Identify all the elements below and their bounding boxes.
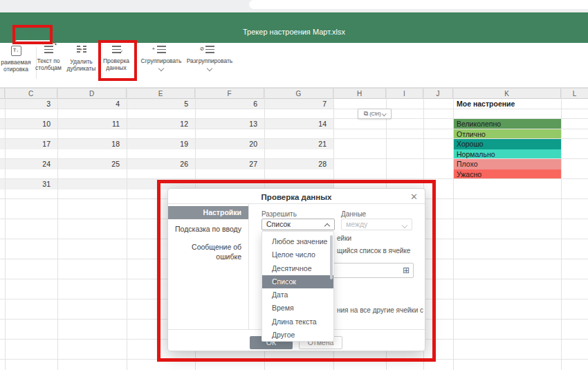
mood-cell[interactable]: Отлично <box>453 129 561 140</box>
clipboard-icon: ⧉ <box>364 110 368 118</box>
dropdown-item[interactable]: Время <box>262 302 333 315</box>
data-validation-dialog: Проверка данных ✕ Настройки Подсказка по… <box>167 188 425 351</box>
remove-duplicates-button[interactable]: + Удалить дубликаты <box>65 46 98 72</box>
grid-cell[interactable]: 20 <box>195 139 261 149</box>
column-header[interactable]: F <box>195 88 264 99</box>
document-title: Трекер настроения Март.xlsx <box>0 28 588 36</box>
column-header-stub[interactable] <box>0 88 5 99</box>
grid-cell[interactable]: 13 <box>195 119 261 129</box>
grid-cell[interactable]: 27 <box>195 159 261 169</box>
grid-cell[interactable]: 18 <box>57 139 123 149</box>
allow-dropdown-menu: Любое значение Целое число Десятичное чи… <box>261 231 334 342</box>
grid-cell[interactable]: 12 <box>127 119 192 129</box>
paste-options-button[interactable]: ⧉ (Ctrl) <box>358 109 392 119</box>
dropdown-item[interactable]: Любое значение <box>262 235 333 248</box>
data-label: Данные <box>341 210 366 218</box>
grid-cell[interactable]: 17 <box>5 139 54 149</box>
custom-sort-icon: T↓ <box>11 46 21 56</box>
chevron-up-icon <box>324 223 330 229</box>
grid-cell[interactable]: 26 <box>127 159 192 169</box>
text-to-columns-button[interactable]: ↷ Текст по столбцам <box>32 46 65 71</box>
grid-cell[interactable]: 14 <box>264 119 330 129</box>
dialog-tab-settings[interactable]: Настройки <box>168 206 248 219</box>
data-validation-icon: ✓ <box>112 46 121 53</box>
grid-cell[interactable]: 19 <box>127 139 192 149</box>
chevron-down-icon <box>158 66 164 71</box>
scrollbar-thumb[interactable] <box>330 235 333 279</box>
mood-cell[interactable]: Хорошо <box>453 139 561 149</box>
grid-cell[interactable]: 21 <box>264 139 330 149</box>
data-validation-button[interactable]: ✓ Проверка данных <box>99 46 134 71</box>
ungroup-icon: ⊘ <box>205 46 214 53</box>
grid-cell[interactable]: 28 <box>264 159 330 169</box>
dropdown-item[interactable]: Другое <box>262 329 333 342</box>
column-header[interactable]: D <box>57 88 127 99</box>
ungroup-button[interactable]: ⊘ Разгруппировать <box>184 46 235 72</box>
mood-cell[interactable]: Великолепно <box>453 119 561 129</box>
dialog-tab-error-message[interactable]: Сообщение об ошибке <box>168 242 248 252</box>
data-select-disabled: между <box>341 219 412 230</box>
text-to-columns-icon: ↷ <box>44 46 53 53</box>
apply-changes-fragment: ния на все другие ячейки с <box>337 306 423 314</box>
grid-cell[interactable]: 4 <box>57 99 123 109</box>
chevron-down-icon <box>382 111 386 115</box>
chevron-down-icon <box>207 66 212 71</box>
checkbox-label-fragment: ейки <box>337 234 351 242</box>
dropdown-item[interactable]: Целое число <box>262 248 333 261</box>
chevron-down-icon <box>402 223 407 228</box>
column-header[interactable]: E <box>127 88 195 99</box>
column-header[interactable]: J <box>423 88 453 99</box>
grid-cell[interactable]: 25 <box>57 159 123 169</box>
grid-cell[interactable]: 7 <box>264 99 330 109</box>
column-header[interactable]: K <box>453 88 561 99</box>
dropdown-item[interactable]: Десятичное число <box>262 262 333 275</box>
app-titlebar: Трекер настроения Март.xlsx ла Данные Св… <box>0 12 588 43</box>
grid-cell[interactable]: 6 <box>195 99 261 109</box>
browser-strip-pill <box>249 0 588 9</box>
column-header[interactable]: L <box>561 88 588 99</box>
dropdown-item[interactable]: Дата <box>262 288 333 302</box>
column-header[interactable]: I <box>386 88 423 99</box>
select-range-icon[interactable]: ⊞ <box>403 266 410 275</box>
close-icon[interactable]: ✕ <box>410 192 418 201</box>
grid-cell[interactable]: 3 <box>5 99 54 109</box>
grid-cell[interactable]: 31 <box>5 179 54 189</box>
allow-label: Разрешить <box>261 210 297 218</box>
dialog-tab-input-hint[interactable]: Подсказка по вводу <box>168 224 248 234</box>
allow-select[interactable]: Список <box>261 219 335 230</box>
checkbox-label-fragment: щийся список в ячейке <box>337 247 410 255</box>
column-header[interactable]: C <box>5 88 57 99</box>
mood-cell[interactable]: Ужасно <box>453 169 561 180</box>
dropdown-item-selected[interactable]: Список <box>262 275 333 288</box>
dialog-title: Проверка данных <box>168 193 425 201</box>
column-header[interactable]: H <box>333 88 386 99</box>
custom-sort-button[interactable]: T↓ раиваемая отировка <box>0 46 32 73</box>
mood-column-title[interactable]: Мое настроение <box>453 99 561 109</box>
group-icon: + <box>157 46 166 53</box>
grid-cell[interactable]: 10 <box>5 119 54 129</box>
dropdown-item[interactable]: Длина текста <box>262 315 333 329</box>
group-button[interactable]: + Сгруппировать <box>137 46 185 72</box>
mood-cell[interactable]: Нормально <box>453 149 561 160</box>
grid-cell[interactable]: 24 <box>5 159 54 169</box>
grid-cell[interactable]: 11 <box>57 119 123 129</box>
grid-cell[interactable]: 5 <box>127 99 192 109</box>
remove-duplicates-icon: + <box>77 46 86 54</box>
mood-cell[interactable]: Плохо <box>453 159 561 169</box>
ribbon-toolbar: T↓ раиваемая отировка ↷ Текст по столбца… <box>0 43 588 88</box>
column-header[interactable]: G <box>264 88 333 99</box>
